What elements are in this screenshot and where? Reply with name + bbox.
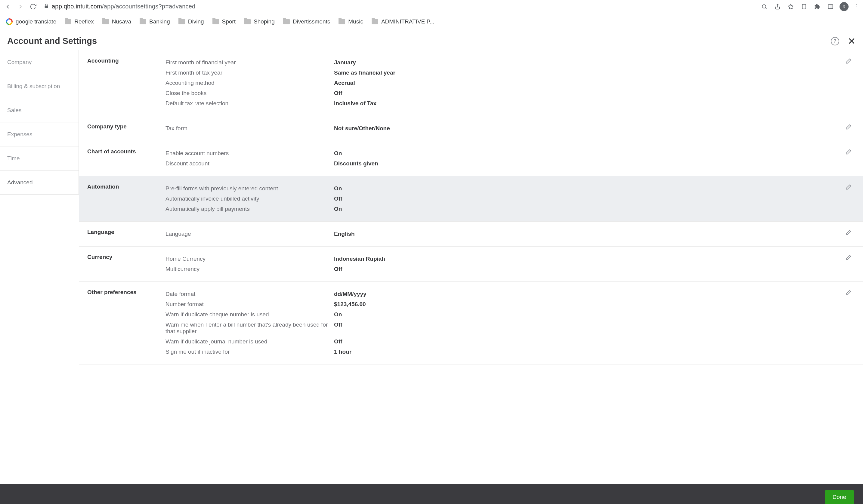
bookmark-item[interactable]: Diving [178, 18, 204, 25]
side-nav-item-expenses[interactable]: Expenses [0, 122, 79, 146]
setting-label: Home Currency [165, 256, 334, 262]
setting-label: First month of financial year [165, 59, 334, 66]
folder-icon [372, 19, 378, 24]
bookmark-label: Nusava [112, 18, 131, 25]
setting-label: Close the books [165, 90, 334, 96]
setting-value: January [334, 59, 356, 66]
setting-value: English [334, 231, 355, 237]
setting-label: Automatically invoice unbilled activity [165, 195, 334, 202]
search-page-icon[interactable] [760, 2, 768, 11]
svg-point-0 [762, 4, 766, 8]
folder-icon [338, 19, 345, 24]
side-nav-item-company[interactable]: Company [0, 50, 79, 74]
bookmarks-bar: google translateReeflexNusavaBankingDivi… [0, 13, 863, 30]
edit-section-button[interactable] [845, 58, 853, 66]
reload-button[interactable] [29, 2, 37, 11]
setting-row: First month of tax yearSame as financial… [165, 68, 509, 78]
folder-icon [178, 19, 185, 24]
bookmark-item[interactable]: Shoping [244, 18, 275, 25]
setting-value: Inclusive of Tax [334, 100, 376, 107]
setting-label: Multicurrency [165, 266, 334, 272]
bookmark-item[interactable]: ADMINITRATIVE P... [372, 18, 435, 25]
chrome-menu-icon[interactable]: ⋮ [853, 3, 859, 10]
bookmark-item[interactable]: Nusava [102, 18, 131, 25]
back-button[interactable] [4, 2, 12, 11]
bookmark-label: ADMINITRATIVE P... [381, 18, 435, 25]
extension-shield-icon[interactable] [800, 2, 808, 11]
bookmark-item[interactable]: Music [338, 18, 363, 25]
bookmark-item[interactable]: google translate [6, 18, 56, 25]
setting-row: Default tax rate selectionInclusive of T… [165, 98, 509, 108]
setting-label: First month of tax year [165, 69, 334, 76]
setting-value: Discounts given [334, 160, 378, 167]
forward-button[interactable] [16, 2, 25, 11]
edit-section-button[interactable] [845, 230, 853, 237]
edit-section-button[interactable] [845, 289, 853, 297]
page-header: Account and Settings ? ✕ [0, 30, 863, 50]
setting-label: Warn me when I enter a bill number that'… [165, 322, 334, 335]
section-automation[interactable]: AutomationPre-fill forms with previously… [79, 176, 863, 222]
folder-icon [212, 19, 219, 24]
help-icon[interactable]: ? [831, 37, 839, 46]
setting-row: Automatically apply bill paymentsOn [165, 204, 509, 214]
setting-label: Warn if duplicate journal number is used [165, 338, 334, 345]
setting-row: LanguageEnglish [165, 229, 509, 239]
section-accounting[interactable]: AccountingFirst month of financial yearJ… [79, 50, 863, 116]
setting-row: Tax formNot sure/Other/None [165, 123, 509, 133]
side-nav-item-billing-subscription[interactable]: Billing & subscription [0, 74, 79, 98]
side-nav-item-time[interactable]: Time [0, 146, 79, 170]
setting-row: Sign me out if inactive for1 hour [165, 347, 509, 357]
bookmark-label: Sport [222, 18, 236, 25]
setting-label: Discount account [165, 160, 334, 167]
section-chart-of-accounts[interactable]: Chart of accountsEnable account numbersO… [79, 141, 863, 176]
bookmark-item[interactable]: Sport [212, 18, 236, 25]
google-icon [6, 18, 13, 25]
bookmark-item[interactable]: Divertissments [283, 18, 330, 25]
setting-value: Same as financial year [334, 69, 396, 76]
bookmark-item[interactable]: Banking [140, 18, 170, 25]
extensions-puzzle-icon[interactable] [813, 2, 822, 11]
section-language[interactable]: LanguageLanguageEnglish [79, 222, 863, 247]
section-rows: LanguageEnglish [165, 229, 509, 239]
setting-row: Automatically invoice unbilled activityO… [165, 194, 509, 204]
setting-row: MulticurrencyOff [165, 264, 509, 274]
setting-value: On [334, 311, 342, 318]
profile-avatar[interactable]: R [839, 2, 849, 11]
setting-value: Not sure/Other/None [334, 125, 390, 132]
setting-row: Number format$123,456.00 [165, 299, 509, 309]
section-title: Other preferences [87, 289, 165, 357]
main-layout: CompanyBilling & subscriptionSalesExpens… [0, 50, 863, 364]
folder-icon [65, 19, 71, 24]
star-bookmark-icon[interactable] [787, 2, 795, 11]
side-nav-item-sales[interactable]: Sales [0, 98, 79, 122]
edit-section-button[interactable] [845, 149, 853, 157]
svg-marker-3 [788, 4, 793, 9]
setting-value: Off [334, 90, 342, 96]
bookmark-item[interactable]: Reeflex [65, 18, 93, 25]
section-rows: First month of financial yearJanuaryFirs… [165, 57, 509, 108]
edit-section-button[interactable] [845, 124, 853, 132]
setting-row: Warn if duplicate cheque number is usedO… [165, 309, 509, 320]
svg-rect-4 [802, 4, 806, 9]
setting-row: Discount accountDiscounts given [165, 158, 509, 169]
side-nav-item-advanced[interactable]: Advanced [0, 170, 79, 195]
edit-section-button[interactable] [845, 184, 853, 192]
setting-label: Tax form [165, 125, 334, 132]
side-panel-icon[interactable] [826, 2, 835, 11]
section-currency[interactable]: CurrencyHome CurrencyIndonesian RupiahMu… [79, 247, 863, 282]
section-rows: Enable account numbersOnDiscount account… [165, 148, 509, 169]
bookmark-label: Divertissments [293, 18, 330, 25]
close-button[interactable]: ✕ [848, 36, 856, 46]
folder-icon [244, 19, 251, 24]
edit-section-button[interactable] [845, 255, 853, 262]
share-icon[interactable] [773, 2, 782, 11]
section-other-preferences[interactable]: Other preferencesDate formatdd/MM/yyyyNu… [79, 282, 863, 364]
svg-rect-5 [828, 4, 833, 9]
address-bar[interactable]: app.qbo.intuit.com/app/accountsettings?p… [41, 1, 756, 12]
section-title: Automation [87, 183, 165, 214]
page-title: Account and Settings [7, 36, 97, 46]
folder-icon [102, 19, 109, 24]
section-company-type[interactable]: Company typeTax formNot sure/Other/None [79, 116, 863, 141]
setting-label: Language [165, 231, 334, 237]
setting-value: Indonesian Rupiah [334, 256, 385, 262]
